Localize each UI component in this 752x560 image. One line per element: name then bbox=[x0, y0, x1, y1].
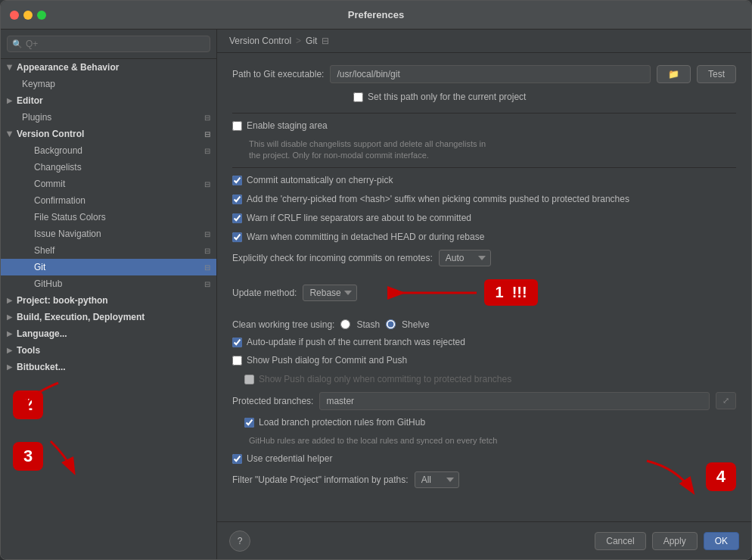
expand-icon: ▶ bbox=[7, 347, 12, 354]
sidebar-item-language[interactable]: ▶ Language... bbox=[1, 325, 216, 342]
search-input[interactable] bbox=[7, 36, 210, 52]
sidebar-item-background[interactable]: Background ⊟ bbox=[1, 142, 216, 159]
sidebar-item-label: Bitbucket... bbox=[17, 362, 66, 372]
sidebar-item-commit[interactable]: Commit ⊟ bbox=[1, 176, 216, 192]
stash-radio[interactable] bbox=[340, 319, 350, 329]
sidebar-item-changelists[interactable]: Changelists bbox=[1, 159, 216, 176]
add-cherry-label: Add the 'cherry-picked from <hash>' suff… bbox=[247, 193, 629, 206]
expand-icon: ▶ bbox=[7, 313, 12, 321]
sidebar-item-label: Keymap bbox=[22, 79, 55, 89]
sidebar-item-label: Issue Navigation bbox=[34, 229, 101, 239]
sidebar-item-file-status-colors[interactable]: File Status Colors bbox=[1, 209, 216, 226]
search-icon: 🔍 bbox=[12, 39, 23, 49]
git-path-row: Path to Git executable: 📁 Test bbox=[232, 65, 736, 83]
filter-select[interactable]: All None bbox=[415, 471, 459, 488]
help-button[interactable]: ? bbox=[229, 530, 250, 552]
separator-2 bbox=[232, 167, 736, 168]
sidebar: 🔍 ▶ Appearance & Behavior Keymap ▶ Edito… bbox=[1, 30, 217, 559]
use-credential-label: Use credential helper bbox=[247, 453, 332, 465]
maximize-button[interactable] bbox=[37, 11, 46, 20]
sidebar-item-version-control[interactable]: ▶ Version Control ⊟ bbox=[1, 126, 216, 142]
staging-hint: This will disable changelists support an… bbox=[249, 138, 736, 162]
expand-protected-button[interactable]: ⤢ bbox=[716, 392, 736, 409]
stash-label: Stash bbox=[356, 319, 380, 330]
show-push-label: Show Push dialog for Commit and Push bbox=[247, 354, 407, 367]
show-push-row: Show Push dialog for Commit and Push bbox=[232, 354, 736, 367]
sidebar-item-github[interactable]: GitHub ⊟ bbox=[1, 275, 216, 292]
ok-button[interactable]: OK bbox=[704, 532, 739, 550]
use-credential-checkbox[interactable] bbox=[232, 454, 242, 464]
load-branch-rules-row: Load branch protection rules from GitHub bbox=[244, 416, 736, 429]
annotation-4-badge: 4 bbox=[706, 462, 736, 491]
sidebar-item-label: Appearance & Behavior bbox=[17, 62, 119, 73]
enable-staging-checkbox[interactable] bbox=[232, 121, 242, 131]
auto-update-row: Auto-update if push of the current branc… bbox=[232, 336, 736, 349]
auto-update-checkbox[interactable] bbox=[232, 338, 242, 347]
sidebar-item-appearance[interactable]: ▶ Appearance & Behavior bbox=[1, 59, 216, 76]
warn-detached-row: Warn when committing in detached HEAD or… bbox=[232, 231, 736, 244]
clean-working-label: Clean working tree using: bbox=[232, 319, 334, 330]
set-path-checkbox[interactable] bbox=[353, 92, 363, 102]
main-content: 🔍 ▶ Appearance & Behavior Keymap ▶ Edito… bbox=[1, 30, 751, 559]
close-button[interactable] bbox=[10, 11, 19, 20]
apply-button[interactable]: Apply bbox=[652, 532, 698, 550]
expand-icon: ▶ bbox=[7, 363, 12, 371]
search-box: 🔍 bbox=[1, 30, 216, 59]
sidebar-item-plugins[interactable]: Plugins ⊟ bbox=[1, 109, 216, 126]
sidebar-item-tools[interactable]: ▶ Tools bbox=[1, 342, 216, 359]
update-method-select[interactable]: Merge Rebase bbox=[303, 285, 357, 301]
check-incoming-select[interactable]: Auto Always Never bbox=[439, 250, 491, 266]
enable-staging-label: Enable staging area bbox=[247, 120, 328, 132]
protected-branches-input[interactable] bbox=[319, 392, 710, 410]
window-title: Preferences bbox=[348, 9, 404, 20]
sidebar-item-label: Commit bbox=[34, 179, 65, 189]
show-push-checkbox[interactable] bbox=[232, 356, 242, 366]
commit-cherry-checkbox[interactable] bbox=[232, 176, 242, 185]
breadcrumb-icon: ⊟ bbox=[322, 36, 329, 46]
auto-update-label: Auto-update if push of the current branc… bbox=[247, 336, 465, 349]
expand-icon: ▶ bbox=[7, 97, 12, 104]
git-path-input[interactable] bbox=[330, 65, 651, 83]
sidebar-item-editor[interactable]: ▶ Editor bbox=[1, 92, 216, 109]
sidebar-item-issue-navigation[interactable]: Issue Navigation ⊟ bbox=[1, 226, 216, 242]
sidebar-item-shelf[interactable]: Shelf ⊟ bbox=[1, 242, 216, 259]
load-branch-rules-checkbox[interactable] bbox=[244, 418, 254, 428]
sidebar-item-label: Build, Execution, Deployment bbox=[17, 312, 144, 322]
traffic-lights bbox=[10, 11, 46, 20]
browse-button[interactable]: 📁 bbox=[657, 65, 691, 83]
check-incoming-row: Explicitly check for incoming commits on… bbox=[232, 250, 736, 266]
enable-staging-row: Enable staging area bbox=[232, 120, 736, 132]
add-cherry-checkbox[interactable] bbox=[232, 194, 242, 204]
badge-icon: ⊟ bbox=[204, 247, 210, 255]
sidebar-item-label: GitHub bbox=[34, 278, 62, 289]
sidebar-item-bitbucket[interactable]: ▶ Bitbucket... bbox=[1, 359, 216, 375]
annotation-container: Version Control > Git ⊟ Path to Git exec… bbox=[217, 30, 751, 559]
show-push-protected-checkbox[interactable] bbox=[244, 375, 254, 384]
sidebar-item-keymap[interactable]: Keymap bbox=[1, 76, 216, 92]
sidebar-item-label: Confirmation bbox=[34, 195, 85, 206]
cancel-button[interactable]: Cancel bbox=[595, 532, 645, 550]
test-button[interactable]: Test bbox=[697, 65, 736, 83]
bottom-right-buttons: Cancel Apply OK bbox=[595, 532, 739, 550]
sidebar-item-label: Language... bbox=[17, 328, 67, 339]
sidebar-item-git[interactable]: Git ⊟ bbox=[1, 259, 216, 275]
warn-detached-label: Warn when committing in detached HEAD or… bbox=[247, 231, 484, 244]
bottom-bar: ? Cancel Apply OK bbox=[217, 521, 751, 559]
badge-icon: ⊟ bbox=[204, 130, 210, 138]
warn-crlf-checkbox[interactable] bbox=[232, 213, 242, 223]
shelve-radio[interactable] bbox=[386, 319, 396, 329]
badge-icon: ⊟ bbox=[204, 263, 210, 272]
warn-detached-checkbox[interactable] bbox=[232, 232, 242, 242]
sidebar-item-label: Shelf bbox=[34, 245, 54, 256]
arrow-3-svg bbox=[20, 434, 81, 479]
sidebar-item-build[interactable]: ▶ Build, Execution, Deployment bbox=[1, 309, 216, 325]
sidebar-item-label: Version Control bbox=[17, 129, 84, 139]
annotation-1-badge: 1 !!! bbox=[484, 279, 537, 306]
sidebar-item-confirmation[interactable]: Confirmation bbox=[1, 192, 216, 209]
badge-icon: ⊟ bbox=[204, 230, 210, 238]
minimize-button[interactable] bbox=[23, 11, 33, 20]
sidebar-item-project[interactable]: ▶ Project: book-python bbox=[1, 292, 216, 309]
titlebar: Preferences bbox=[1, 1, 751, 30]
add-cherry-picked-row: Add the 'cherry-picked from <hash>' suff… bbox=[232, 193, 736, 206]
set-path-row: Set this path only for the current proje… bbox=[353, 91, 736, 104]
